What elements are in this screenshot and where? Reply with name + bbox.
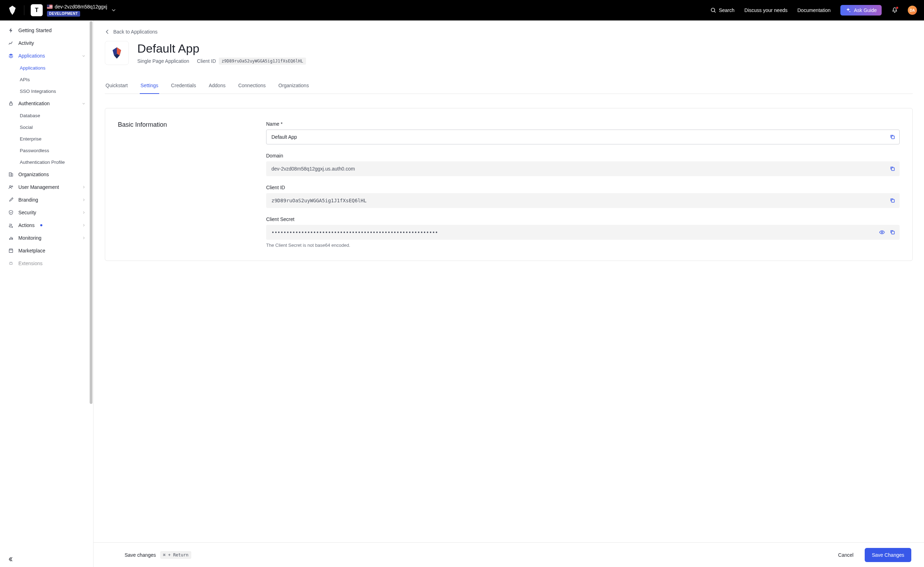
main-content: Back to Applications Default App Single … [93, 21, 924, 567]
sidebar-item-getting-started[interactable]: Getting Started [0, 24, 93, 37]
copy-icon[interactable] [889, 165, 896, 172]
bars-icon [8, 235, 14, 241]
discuss-link[interactable]: Discuss your needs [744, 8, 788, 13]
back-to-applications-link[interactable]: Back to Applications [105, 29, 913, 34]
sidebar-item-actions[interactable]: Actions [0, 219, 93, 232]
chevron-down-icon [82, 54, 86, 57]
sidebar-item-social[interactable]: Social [0, 122, 93, 133]
chevron-down-icon [82, 102, 86, 105]
user-avatar[interactable]: DA [908, 6, 917, 15]
sidebar-item-database[interactable]: Database [0, 110, 93, 122]
svg-point-5 [9, 186, 11, 188]
svg-rect-11 [891, 136, 894, 139]
plug-icon [8, 260, 14, 267]
back-link-label: Back to Applications [113, 29, 158, 34]
copy-icon[interactable] [889, 197, 896, 204]
domain-field-label: Domain [266, 153, 900, 159]
sidebar-scrollbar[interactable] [89, 21, 93, 567]
save-bar-label: Save changes [124, 552, 156, 558]
sidebar-item-applications-sub[interactable]: Applications [0, 62, 93, 74]
users-icon [8, 184, 14, 190]
chevron-right-icon [82, 185, 86, 189]
tab-credentials[interactable]: Credentials [171, 78, 197, 94]
svg-rect-10 [9, 262, 12, 264]
notifications-button[interactable] [891, 7, 898, 14]
tenant-tile[interactable]: T [31, 4, 43, 16]
chevron-right-icon [82, 198, 86, 202]
tab-connections[interactable]: Connections [237, 78, 267, 94]
sidebar-item-passwordless[interactable]: Passwordless [0, 145, 93, 156]
save-bar: Save changes ⌘ + Return Cancel Save Chan… [93, 542, 924, 567]
chevron-right-icon [82, 211, 86, 214]
lock-icon [8, 100, 14, 106]
section-title: Basic Information [118, 121, 252, 248]
domain-field: Domain [266, 153, 900, 176]
layers-icon [8, 52, 14, 59]
sidebar-item-sso[interactable]: SSO Integrations [0, 86, 93, 97]
topbar: T dev-2vzd08m58q12ggxj DEVELOPMENT Searc… [0, 0, 924, 21]
client-id-input [266, 193, 900, 208]
application-tabs: Quickstart Settings Credentials Addons C… [105, 78, 913, 94]
svg-rect-15 [891, 231, 894, 234]
collapse-sidebar-button[interactable] [0, 551, 93, 567]
client-secret-input [266, 225, 900, 240]
application-logo [105, 41, 129, 65]
sidebar-item-applications[interactable]: Applications [0, 50, 93, 62]
save-changes-button[interactable]: Save Changes [865, 548, 911, 562]
svg-point-1 [849, 11, 850, 12]
flag-us-icon [47, 4, 52, 9]
sidebar-item-branding[interactable]: Branding [0, 194, 93, 206]
client-id-field: Client ID [266, 184, 900, 208]
sidebar-item-activity[interactable]: Activity [0, 37, 93, 50]
bolt-icon [8, 27, 14, 33]
basic-information-panel: Basic Information Name Domain [105, 108, 913, 261]
copy-icon[interactable] [889, 134, 896, 141]
application-type-label: Single Page Application [137, 58, 189, 64]
copy-icon[interactable] [889, 229, 896, 236]
svg-rect-9 [12, 238, 13, 240]
shield-icon [8, 209, 14, 216]
sidebar-item-apis[interactable]: APIs [0, 74, 93, 86]
notification-dot-icon [896, 6, 898, 9]
store-icon [8, 248, 14, 254]
svg-rect-13 [891, 200, 894, 202]
chevron-down-icon[interactable] [111, 8, 116, 12]
svg-rect-2 [9, 103, 12, 105]
sidebar-item-enterprise[interactable]: Enterprise [0, 133, 93, 145]
client-secret-helper-text: The Client Secret is not base64 encoded. [266, 243, 900, 248]
svg-rect-8 [10, 237, 11, 240]
chevron-right-icon [82, 236, 86, 240]
indicator-dot-icon [40, 224, 42, 226]
client-id-chip[interactable]: z9D89ruOaS2uyWGGA5ig1J1fXsEQ6lHL [219, 57, 306, 64]
name-field-label: Name [266, 121, 900, 127]
tenant-selector[interactable]: dev-2vzd08m58q12ggxj DEVELOPMENT [47, 4, 107, 16]
client-id-prefix-label: Client ID [197, 58, 216, 64]
brush-icon [8, 196, 14, 203]
tab-organizations[interactable]: Organizations [278, 78, 309, 94]
client-secret-field-label: Client Secret [266, 216, 900, 222]
sidebar-item-authentication[interactable]: Authentication [0, 97, 93, 110]
sidebar-item-extensions[interactable]: Extensions [0, 257, 93, 270]
sidebar-item-marketplace[interactable]: Marketplace [0, 244, 93, 257]
search-button[interactable]: Search [711, 8, 735, 13]
tab-quickstart[interactable]: Quickstart [105, 78, 129, 94]
name-input[interactable] [266, 130, 900, 144]
documentation-link[interactable]: Documentation [797, 8, 831, 13]
application-title: Default App [137, 42, 306, 56]
sidebar-item-monitoring[interactable]: Monitoring [0, 232, 93, 244]
environment-badge: DEVELOPMENT [47, 11, 80, 16]
svg-point-14 [881, 232, 883, 233]
sidebar-item-auth-profile[interactable]: Authentication Profile [0, 156, 93, 168]
svg-rect-4 [11, 174, 13, 176]
sidebar-item-security[interactable]: Security [0, 206, 93, 219]
cancel-button[interactable]: Cancel [831, 548, 861, 562]
reveal-icon[interactable] [879, 229, 885, 236]
svg-point-6 [12, 186, 13, 187]
sidebar-item-organizations[interactable]: Organizations [0, 168, 93, 181]
tab-addons[interactable]: Addons [208, 78, 226, 94]
tab-settings[interactable]: Settings [140, 78, 159, 94]
sparkle-icon [845, 8, 851, 13]
ask-guide-button[interactable]: Ask Guide [840, 5, 882, 15]
chevron-right-icon [82, 224, 86, 227]
sidebar-item-user-management[interactable]: User Management [0, 181, 93, 194]
